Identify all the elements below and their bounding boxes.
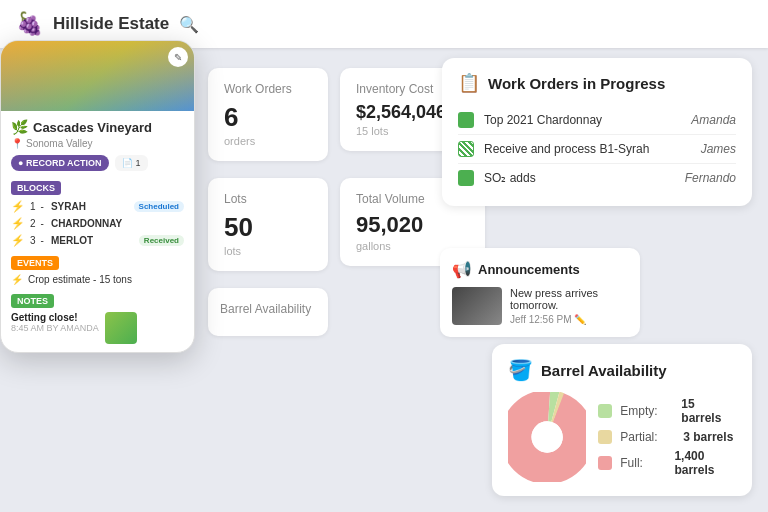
barrel-pie-chart xyxy=(508,392,586,482)
mobile-card: ✎ 🌿 Cascades Vineyard 📍 Sonoma Valley ● … xyxy=(0,40,195,353)
legend-partial-dot xyxy=(598,430,612,444)
wip-person-1: Amanda xyxy=(691,113,736,127)
wip-person-3: Fernando xyxy=(685,171,736,185)
work-orders-sub: orders xyxy=(224,135,312,147)
barrel-icon: 🪣 xyxy=(508,358,533,382)
announce-header: 📢 Announcements xyxy=(452,260,628,279)
notes-section-label: NOTES xyxy=(11,294,54,308)
event-row[interactable]: ⚡ Crop estimate - 15 tons xyxy=(11,274,184,285)
block-num-2: 2 xyxy=(30,218,36,229)
mobile-edit-button[interactable]: ✎ xyxy=(168,47,188,67)
wip-status-icon-3 xyxy=(458,170,474,186)
announce-time: 12:56 PM xyxy=(529,314,572,325)
wip-panel: 📋 Work Orders in Progress Top 2021 Chard… xyxy=(442,58,752,206)
legend-empty-label: Empty: xyxy=(620,404,673,418)
block-num-1: 1 xyxy=(30,201,36,212)
wip-row-2[interactable]: Receive and process B1-Syrah James xyxy=(458,135,736,164)
barrel-header: 🪣 Barrel Availability xyxy=(508,358,736,382)
barrel-availability-label: Barrel Availability xyxy=(220,302,316,316)
lots-label: Lots xyxy=(224,192,312,206)
note-text-block: Getting close! 8:45 AM BY AMANDA xyxy=(11,312,99,333)
note-text: Getting close! xyxy=(11,312,99,323)
legend-full-dot xyxy=(598,456,612,470)
legend-full-label: Full: xyxy=(620,456,666,470)
doc-count: 1 xyxy=(136,158,141,168)
blocks-section-label: BLOCKS xyxy=(11,181,61,195)
block-badge-3: Received xyxy=(139,235,184,246)
legend-empty-value: 15 barrels xyxy=(681,397,736,425)
wip-row-3[interactable]: SO₂ adds Fernando xyxy=(458,164,736,192)
note-meta: 8:45 AM BY AMANDA xyxy=(11,323,99,333)
block-row-2[interactable]: ⚡ 2 - CHARDONNAY xyxy=(11,217,184,230)
doc-icon: 📄 xyxy=(122,158,133,168)
wip-name-1: Top 2021 Chardonnay xyxy=(484,113,691,127)
wip-name-3: SO₂ adds xyxy=(484,171,685,185)
work-orders-card: Work Orders 6 orders xyxy=(208,68,328,161)
mobile-body: 🌿 Cascades Vineyard 📍 Sonoma Valley ● RE… xyxy=(1,111,194,352)
search-icon[interactable]: 🔍 xyxy=(179,15,199,34)
location-icon: 📍 xyxy=(11,138,23,149)
block-row-3[interactable]: ⚡ 3 - MERLOT Received xyxy=(11,234,184,247)
announcements-panel: 📢 Announcements New press arrives tomorr… xyxy=(440,248,640,337)
block-icon-1: ⚡ xyxy=(11,200,25,213)
legend-full-value: 1,400 barrels xyxy=(674,449,736,477)
lots-value: 50 xyxy=(224,212,312,243)
block-name-1: SYRAH xyxy=(51,201,129,212)
location-text: Sonoma Valley xyxy=(26,138,93,149)
wip-header: 📋 Work Orders in Progress xyxy=(458,72,736,94)
announce-message: New press arrives tomorrow. xyxy=(510,287,628,311)
event-text: Crop estimate - 15 tons xyxy=(28,274,132,285)
vineyard-icon: 🌿 xyxy=(11,119,28,135)
wip-person-2: James xyxy=(701,142,736,156)
work-orders-label: Work Orders xyxy=(224,82,312,96)
barrel-availability-label-card: Barrel Availability xyxy=(208,288,328,336)
legend-empty-dot xyxy=(598,404,612,418)
legend-empty: Empty: 15 barrels xyxy=(598,397,736,425)
vineyard-name: Cascades Vineyard xyxy=(33,120,152,135)
announce-edit-icon[interactable]: ✏️ xyxy=(574,314,586,325)
nav-title: Hillside Estate xyxy=(53,14,169,34)
wip-title: Work Orders in Progress xyxy=(488,75,665,92)
wip-name-2: Receive and process B1-Syrah xyxy=(484,142,701,156)
announce-text-block: New press arrives tomorrow. Jeff 12:56 P… xyxy=(510,287,628,325)
nav-logo-icon: 🍇 xyxy=(16,11,43,37)
block-name-2: CHARDONNAY xyxy=(51,218,184,229)
mobile-vineyard-row: 🌿 Cascades Vineyard xyxy=(11,119,184,135)
record-action-button[interactable]: ● RECORD ACTION xyxy=(11,155,109,171)
announce-icon: 📢 xyxy=(452,260,472,279)
svg-point-3 xyxy=(531,421,562,452)
wip-icon: 📋 xyxy=(458,72,480,94)
legend-partial-label: Partial: xyxy=(620,430,675,444)
legend-partial: Partial: 3 barrels xyxy=(598,430,736,444)
block-icon-3: ⚡ xyxy=(11,234,25,247)
legend-partial-value: 3 barrels xyxy=(683,430,733,444)
barrel-title: Barrel Availability xyxy=(541,362,667,379)
wip-row-1[interactable]: Top 2021 Chardonnay Amanda xyxy=(458,106,736,135)
lots-card: Lots 50 lots xyxy=(208,178,328,271)
block-icon-2: ⚡ xyxy=(11,217,25,230)
announce-author: Jeff xyxy=(510,314,526,325)
event-icon: ⚡ xyxy=(11,274,23,285)
volume-value: 95,020 xyxy=(356,212,469,238)
block-name-3: MERLOT xyxy=(51,235,134,246)
announce-title: Announcements xyxy=(478,262,580,277)
announce-meta: Jeff 12:56 PM ✏️ xyxy=(510,314,628,325)
lots-sub: lots xyxy=(224,245,312,257)
work-orders-value: 6 xyxy=(224,102,312,133)
announce-content: New press arrives tomorrow. Jeff 12:56 P… xyxy=(452,287,628,325)
note-row: Getting close! 8:45 AM BY AMANDA xyxy=(11,312,184,344)
events-section-label: EVENTS xyxy=(11,256,59,270)
mobile-location: 📍 Sonoma Valley xyxy=(11,138,184,149)
block-badge-1: Scheduled xyxy=(134,201,184,212)
announce-image xyxy=(452,287,502,325)
note-image xyxy=(105,312,137,344)
block-row-1[interactable]: ⚡ 1 - SYRAH Scheduled xyxy=(11,200,184,213)
mobile-actions: ● RECORD ACTION 📄 1 xyxy=(11,155,184,171)
legend-full: Full: 1,400 barrels xyxy=(598,449,736,477)
mobile-header-image: ✎ xyxy=(1,41,194,111)
doc-button[interactable]: 📄 1 xyxy=(115,155,148,171)
wip-status-icon-2 xyxy=(458,141,474,157)
wip-status-icon-1 xyxy=(458,112,474,128)
barrel-legend: Empty: 15 barrels Partial: 3 barrels Ful… xyxy=(598,397,736,477)
barrel-availability-panel: 🪣 Barrel Availability Empty: 15 barrels … xyxy=(492,344,752,496)
